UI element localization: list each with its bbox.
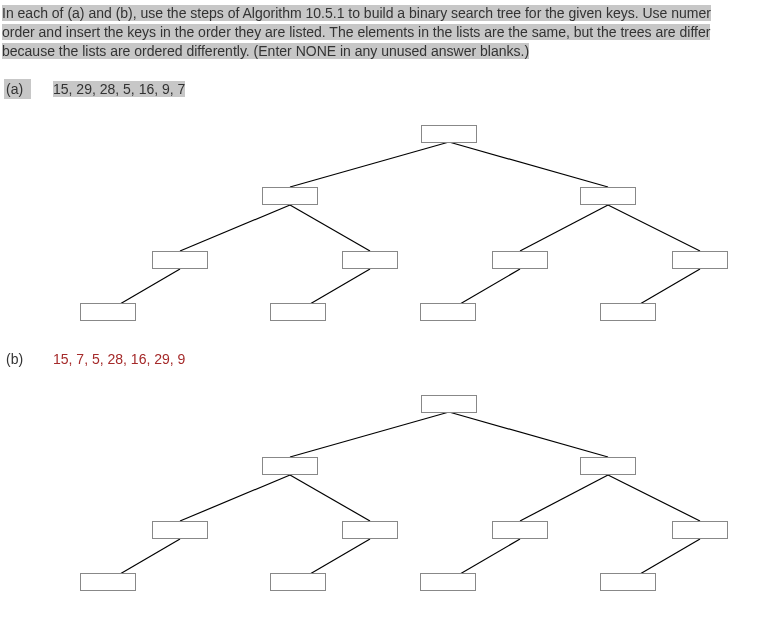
node-a-r[interactable] — [580, 187, 636, 205]
node-b-rr[interactable] — [672, 521, 728, 539]
instruction-line-2: order and insert the keys in the order t… — [2, 24, 710, 40]
node-b-lr[interactable] — [342, 521, 398, 539]
tree-b — [0, 373, 781, 603]
part-b-list: 15, 7, 5, 28, 16, 29, 9 — [53, 351, 185, 367]
instruction-line-1: In each of (a) and (b), use the steps of… — [2, 5, 711, 21]
node-a-lll-input[interactable] — [81, 305, 135, 321]
node-a-rl-input[interactable] — [493, 253, 547, 269]
node-a-lr[interactable] — [342, 251, 398, 269]
svg-line-15 — [608, 475, 700, 521]
node-b-rrl[interactable] — [600, 573, 656, 591]
node-b-r-input[interactable] — [581, 459, 635, 475]
svg-line-2 — [180, 205, 290, 251]
svg-line-14 — [520, 475, 608, 521]
node-a-rr-input[interactable] — [673, 253, 727, 269]
tree-a-edges — [0, 103, 781, 333]
svg-line-0 — [290, 142, 449, 187]
node-b-ll-input[interactable] — [153, 523, 207, 539]
instruction-line-3: because the lists are ordered differentl… — [2, 43, 529, 59]
node-b-rl-input[interactable] — [493, 523, 547, 539]
svg-line-13 — [290, 475, 370, 521]
node-b-rll-input[interactable] — [421, 575, 475, 591]
part-b-header: (b) 15, 7, 5, 28, 16, 29, 9 — [0, 333, 781, 373]
node-a-root[interactable] — [421, 125, 477, 143]
node-a-lrl-input[interactable] — [271, 305, 325, 321]
node-a-rrl[interactable] — [600, 303, 656, 321]
instructions: In each of (a) and (b), use the steps of… — [0, 0, 781, 63]
node-b-rr-input[interactable] — [673, 523, 727, 539]
node-a-ll-input[interactable] — [153, 253, 207, 269]
tree-a — [0, 103, 781, 333]
node-b-root-input[interactable] — [422, 397, 476, 413]
part-b-label: (b) — [4, 349, 31, 369]
node-b-l[interactable] — [262, 457, 318, 475]
node-a-rll-input[interactable] — [421, 305, 475, 321]
svg-line-11 — [449, 412, 608, 457]
node-b-lrl[interactable] — [270, 573, 326, 591]
tree-b-edges — [0, 373, 781, 603]
node-b-lll[interactable] — [80, 573, 136, 591]
node-a-rr[interactable] — [672, 251, 728, 269]
node-a-r-input[interactable] — [581, 189, 635, 205]
svg-line-1 — [449, 142, 608, 187]
node-b-ll[interactable] — [152, 521, 208, 539]
node-a-root-input[interactable] — [422, 127, 476, 143]
node-b-lrl-input[interactable] — [271, 575, 325, 591]
node-a-rl[interactable] — [492, 251, 548, 269]
part-a-label: (a) — [4, 79, 31, 99]
node-a-lll[interactable] — [80, 303, 136, 321]
part-a-list: 15, 29, 28, 5, 16, 9, 7 — [53, 81, 185, 97]
svg-line-3 — [290, 205, 370, 251]
node-b-root[interactable] — [421, 395, 477, 413]
node-a-lr-input[interactable] — [343, 253, 397, 269]
node-a-ll[interactable] — [152, 251, 208, 269]
node-b-lll-input[interactable] — [81, 575, 135, 591]
svg-line-10 — [290, 412, 449, 457]
part-a-header: (a) 15, 29, 28, 5, 16, 9, 7 — [0, 63, 781, 103]
node-a-rll[interactable] — [420, 303, 476, 321]
node-b-rrl-input[interactable] — [601, 575, 655, 591]
node-a-l[interactable] — [262, 187, 318, 205]
svg-line-5 — [608, 205, 700, 251]
node-b-rll[interactable] — [420, 573, 476, 591]
node-b-r[interactable] — [580, 457, 636, 475]
node-a-rrl-input[interactable] — [601, 305, 655, 321]
node-b-lr-input[interactable] — [343, 523, 397, 539]
node-b-rl[interactable] — [492, 521, 548, 539]
svg-line-4 — [520, 205, 608, 251]
node-a-lrl[interactable] — [270, 303, 326, 321]
svg-line-12 — [180, 475, 290, 521]
node-a-l-input[interactable] — [263, 189, 317, 205]
node-b-l-input[interactable] — [263, 459, 317, 475]
